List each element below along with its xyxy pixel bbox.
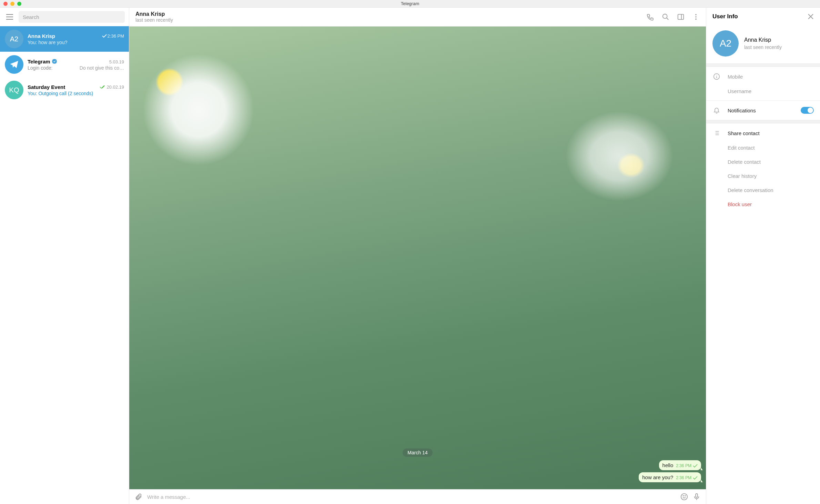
chat-name: Saturday Event xyxy=(28,84,65,90)
chat-time-text: 20.02.19 xyxy=(107,84,124,90)
action-label: Edit contact xyxy=(728,145,814,151)
chat-name: Anna Krisp xyxy=(28,33,55,39)
message-bubble[interactable]: hello 2:36 PM xyxy=(659,460,701,470)
chat-time: 20.02.19 xyxy=(100,84,124,90)
notifications-toggle[interactable] xyxy=(801,107,814,114)
chat-header-name: Anna Krisp xyxy=(135,11,647,17)
close-window-icon[interactable] xyxy=(3,2,8,6)
chat-name-text: Telegram xyxy=(28,59,50,64)
info-field-label: Username xyxy=(728,88,814,94)
user-info-panel: User Info A2 Anna Krisp last seen recent… xyxy=(706,8,820,504)
message-meta: 2:36 PM xyxy=(676,475,698,480)
menu-button[interactable] xyxy=(4,11,15,22)
paperclip-icon xyxy=(135,493,142,501)
sidebar-toggle-button[interactable] xyxy=(677,13,685,21)
smiley-icon xyxy=(680,493,688,501)
svg-rect-1 xyxy=(678,14,684,20)
chat-header-info[interactable]: Anna Krisp last seen recently xyxy=(135,11,647,23)
info-field-label: Notifications xyxy=(728,108,794,113)
chat-list: A2 Anna Krisp 2:36 PM You: how are you? xyxy=(0,26,129,504)
message-input[interactable] xyxy=(147,494,676,500)
svg-point-4 xyxy=(695,19,697,20)
list-icon xyxy=(712,130,721,137)
divider xyxy=(706,120,820,123)
chat-header: Anna Krisp last seen recently xyxy=(129,8,706,27)
minimize-window-icon[interactable] xyxy=(10,2,14,6)
maximize-window-icon[interactable] xyxy=(17,2,21,6)
more-vertical-icon xyxy=(692,13,700,21)
chat-list-item[interactable]: KQ Saturday Event 20.02.19 You: Outgoing… xyxy=(0,77,129,103)
emoji-button[interactable] xyxy=(680,493,688,501)
chat-list-item[interactable]: Telegram 5.03.19 Login code: Do not give… xyxy=(0,52,129,77)
window-titlebar: Telegram xyxy=(0,0,820,8)
avatar: A2 xyxy=(712,30,739,57)
svg-point-5 xyxy=(681,494,687,500)
svg-rect-8 xyxy=(696,494,698,497)
info-profile: A2 Anna Krisp last seen recently xyxy=(706,26,820,63)
search-input[interactable] xyxy=(23,14,121,20)
attach-button[interactable] xyxy=(135,493,142,501)
info-icon xyxy=(712,73,721,80)
chat-list-item[interactable]: A2 Anna Krisp 2:36 PM You: how are you? xyxy=(0,26,129,52)
info-field-label: Mobile xyxy=(728,74,814,80)
message-text: hello xyxy=(662,462,674,468)
verified-badge-icon xyxy=(52,59,57,64)
share-contact-button[interactable]: Share contact xyxy=(706,125,820,141)
message-row: how are you? 2:36 PM xyxy=(134,472,701,482)
svg-point-6 xyxy=(683,495,684,496)
chat-preview: Login code: xyxy=(28,65,77,71)
action-label: Share contact xyxy=(728,130,814,136)
clear-history-button[interactable]: Clear history xyxy=(706,169,820,183)
close-info-button[interactable] xyxy=(808,13,814,20)
more-button[interactable] xyxy=(692,13,700,21)
chat-main: Anna Krisp last seen recently March 14 xyxy=(129,8,706,504)
hamburger-icon xyxy=(6,14,13,20)
search-field-wrapper[interactable] xyxy=(19,11,125,23)
svg-point-2 xyxy=(695,14,697,16)
notifications-toggle-row[interactable]: Notifications xyxy=(706,103,820,118)
search-in-chat-button[interactable] xyxy=(662,13,669,21)
info-profile-status: last seen recently xyxy=(744,44,782,50)
avatar: KQ xyxy=(5,81,23,99)
action-label: Clear history xyxy=(728,173,814,179)
avatar xyxy=(5,55,23,74)
panel-icon xyxy=(677,13,685,21)
edit-contact-button[interactable]: Edit contact xyxy=(706,141,820,155)
message-meta: 2:36 PM xyxy=(676,463,698,468)
phone-icon xyxy=(647,13,654,21)
svg-point-3 xyxy=(695,16,697,18)
info-panel-title: User Info xyxy=(712,13,738,20)
check-icon xyxy=(693,476,698,480)
svg-point-7 xyxy=(685,495,686,496)
block-user-button[interactable]: Block user xyxy=(706,197,820,211)
chat-preview: You: Outgoing call (2 seconds) xyxy=(28,91,124,96)
chat-name: Telegram xyxy=(28,59,57,64)
double-check-icon xyxy=(100,85,106,89)
avatar: A2 xyxy=(5,30,23,48)
info-field-username[interactable]: Username xyxy=(706,84,820,98)
message-time: 2:36 PM xyxy=(676,463,691,468)
window-controls xyxy=(3,2,21,6)
action-label: Block user xyxy=(728,201,814,207)
chat-background: March 14 hello 2:36 PM how are you? 2:36… xyxy=(129,27,706,489)
chat-time: 5.03.19 xyxy=(109,59,124,64)
call-button[interactable] xyxy=(647,13,654,21)
message-bubble[interactable]: how are you? 2:36 PM xyxy=(639,472,701,482)
message-composer xyxy=(129,489,706,504)
info-field-mobile[interactable]: Mobile xyxy=(706,69,820,84)
sidebar: A2 Anna Krisp 2:36 PM You: how are you? xyxy=(0,8,129,504)
chat-time: 2:36 PM xyxy=(102,33,124,39)
delete-conversation-button[interactable]: Delete conversation xyxy=(706,183,820,197)
voice-button[interactable] xyxy=(693,493,700,501)
info-profile-name: Anna Krisp xyxy=(744,37,782,43)
message-row: hello 2:36 PM xyxy=(134,460,701,470)
search-icon xyxy=(662,13,669,21)
message-text: how are you? xyxy=(642,474,673,480)
chat-subpreview: Do not give this co… xyxy=(80,65,124,71)
date-separator: March 14 xyxy=(403,448,432,457)
delete-contact-button[interactable]: Delete contact xyxy=(706,155,820,169)
svg-point-0 xyxy=(663,14,667,19)
action-label: Delete conversation xyxy=(728,187,814,193)
chat-preview: You: how are you? xyxy=(28,40,124,45)
check-icon xyxy=(102,34,107,38)
